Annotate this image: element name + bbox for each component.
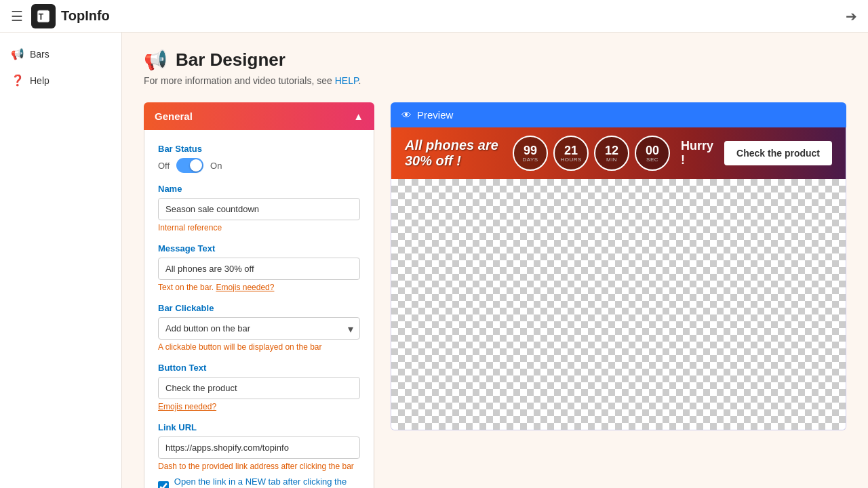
bar-status-toggle[interactable] (176, 158, 203, 173)
message-text-label: Message Text (158, 243, 360, 253)
hours-label: HOURS (560, 157, 581, 163)
bar-preview: All phones are 30% off ! 99 DAYS 21 HOUR… (391, 127, 846, 179)
sec-value: 00 (646, 144, 659, 157)
name-field-label: Name (158, 184, 360, 194)
name-input[interactable] (158, 198, 360, 220)
general-section-body: Bar Status Off On Name Internal referenc… (144, 130, 374, 488)
bar-clickable-select-wrap: Add button on the bar Make whole bar cli… (158, 317, 360, 340)
emojis-link-1[interactable]: Emojis needed? (216, 283, 274, 292)
countdown-days: 99 DAYS (513, 136, 548, 171)
logo-icon: T (31, 4, 56, 28)
new-tab-label[interactable]: Open the link in a NEW tab after clickin… (174, 476, 360, 488)
bar-hurry: Hurry ! (681, 139, 713, 167)
sidebar-item-bars-label: Bars (30, 49, 50, 60)
general-section-header[interactable]: General ▲ (144, 102, 374, 130)
app-header: ☰ T TopInfo ➔ (0, 0, 868, 33)
message-hint: Text on the bar. Emojis needed? (158, 283, 360, 292)
min-value: 12 (605, 144, 618, 157)
button-text-hint: Emojis needed? (158, 402, 360, 411)
bar-cta-button[interactable]: Check the product (724, 141, 832, 165)
sidebar: 📢 Bars ❓ Help (0, 33, 122, 488)
main-content: 📢 Bar Designer For more information and … (122, 33, 868, 488)
bars-icon: 📢 (11, 47, 24, 60)
preview-eye-icon: 👁 (401, 109, 412, 121)
checker-area (391, 179, 846, 430)
help-link[interactable]: HELP (335, 75, 359, 86)
bar-status-toggle-row: Off On (158, 158, 360, 173)
button-text-label: Button Text (158, 363, 360, 373)
right-panel: 👁 Preview All phones are 30% off ! 99 DA… (391, 102, 846, 488)
bar-clickable-hint: A clickable button will be displayed on … (158, 342, 360, 352)
off-label: Off (158, 161, 170, 171)
button-text-input[interactable] (158, 377, 360, 399)
sidebar-item-bars[interactable]: 📢 Bars (0, 41, 121, 67)
countdown-min: 12 MIN (594, 136, 629, 171)
link-url-input[interactable] (158, 436, 360, 459)
help-icon: ❓ (11, 74, 24, 87)
page-title-icon: 📢 (144, 49, 167, 71)
sidebar-item-help[interactable]: ❓ Help (0, 67, 121, 94)
message-text-input[interactable] (158, 258, 360, 280)
hours-value: 21 (564, 144, 578, 157)
app-name: TopInfo (61, 8, 110, 24)
bar-clickable-label: Bar Clickable (158, 303, 360, 313)
bar-status-label: Bar Status (158, 144, 360, 154)
general-section-title: General (155, 110, 193, 122)
new-tab-checkbox[interactable] (158, 481, 169, 488)
content-row: General ▲ Bar Status Off On Name (144, 102, 846, 488)
preview-body: All phones are 30% off ! 99 DAYS 21 HOUR… (391, 127, 846, 430)
preview-title: Preview (417, 109, 453, 121)
page-subtitle: For more information and video tutorials… (144, 75, 846, 86)
page-title: Bar Designer (176, 49, 285, 70)
link-url-hint: Dash to the provided link address after … (158, 462, 360, 471)
svg-text:T: T (39, 12, 44, 21)
left-panel: General ▲ Bar Status Off On Name (144, 102, 374, 488)
on-label: On (210, 161, 222, 171)
countdown-hours: 21 HOURS (553, 136, 589, 171)
page-title-row: 📢 Bar Designer (144, 49, 846, 71)
days-label: DAYS (522, 157, 538, 163)
sidebar-item-help-label: Help (30, 75, 50, 86)
bar-clickable-select[interactable]: Add button on the bar Make whole bar cli… (158, 317, 360, 340)
app-logo: T TopInfo (31, 4, 110, 28)
preview-header: 👁 Preview (391, 102, 846, 127)
countdown-circles: 99 DAYS 21 HOURS 12 MIN (513, 136, 670, 171)
min-label: MIN (606, 157, 617, 163)
name-hint: Internal reference (158, 223, 360, 232)
collapse-icon: ▲ (353, 110, 363, 122)
exit-icon[interactable]: ➔ (846, 8, 857, 24)
bar-message: All phones are 30% off ! (405, 138, 502, 169)
emojis-link-2[interactable]: Emojis needed? (158, 402, 216, 411)
menu-icon[interactable]: ☰ (11, 8, 23, 24)
new-tab-checkbox-row: Open the link in a NEW tab after clickin… (158, 476, 360, 488)
sec-label: SEC (646, 157, 658, 163)
days-value: 99 (524, 144, 537, 157)
main-layout: 📢 Bars ❓ Help 📢 Bar Designer For more in… (0, 33, 868, 488)
link-url-label: Link URL (158, 422, 360, 432)
toggle-knob (190, 159, 202, 171)
countdown-sec: 00 SEC (635, 136, 670, 171)
